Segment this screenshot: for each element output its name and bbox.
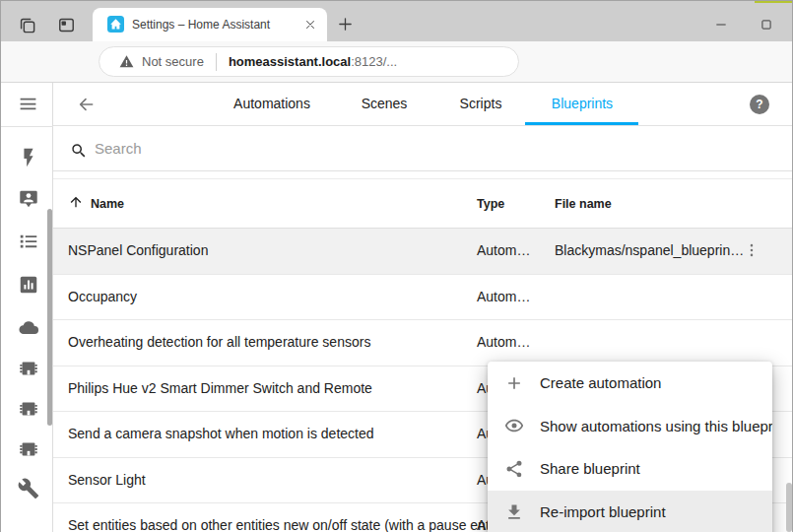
menu-item-label: Share blueprint (540, 460, 640, 477)
address-bar[interactable]: Not secure homeassistant.local:8123/... (99, 46, 519, 77)
column-header-name[interactable]: Name (91, 179, 124, 229)
menu-item-label: Re-import blueprint (540, 503, 666, 520)
tab-automations[interactable]: Automations (233, 83, 310, 125)
table-header: Name Type File name (53, 179, 793, 229)
menu-icon[interactable] (18, 94, 38, 114)
tab-blueprints[interactable]: Blueprints (552, 83, 613, 125)
column-header-type[interactable]: Type (477, 179, 504, 229)
browser-tab[interactable]: Settings – Home Assistant (93, 8, 327, 41)
table-row[interactable]: Overheating detection for all temperatur… (53, 320, 793, 366)
sidebar-scrollbar[interactable] (47, 209, 52, 426)
url-path: :8123/... (351, 54, 397, 69)
tab-actions-icon[interactable] (57, 16, 76, 34)
context-menu: Create automation Show automations using… (488, 362, 772, 532)
search-bar (53, 126, 793, 171)
chart-box-icon[interactable] (18, 274, 39, 296)
row-name: Set entities based on other entities new… (68, 503, 507, 532)
row-name: Sensor Light (68, 458, 146, 502)
browser-toolbar: Not secure homeassistant.local:8123/... (0, 41, 793, 83)
row-menu-button[interactable] (743, 241, 760, 259)
menu-item-create-automation[interactable]: Create automation (488, 362, 772, 405)
ha-back-icon[interactable] (76, 95, 96, 114)
chip-icon[interactable] (18, 398, 39, 420)
table-row[interactable]: Occupancy Autom… (53, 275, 793, 321)
menu-item-label: Show automations using this blueprint (540, 418, 772, 434)
flash-icon[interactable] (18, 147, 39, 168)
browser-tab-strip: Settings – Home Assistant (0, 0, 793, 41)
account-badge-icon[interactable] (18, 188, 39, 210)
column-header-file[interactable]: File name (555, 179, 612, 229)
row-type: Autom… (477, 320, 530, 365)
menu-item-show-automations[interactable]: Show automations using this blueprint (488, 405, 772, 448)
list-icon[interactable] (18, 231, 39, 252)
screen-edge-artifact (755, 0, 793, 3)
sort-ascending-icon[interactable] (68, 194, 84, 210)
row-name: Overheating detection for all temperatur… (68, 320, 370, 365)
chip-icon[interactable] (18, 438, 39, 460)
plus-icon (504, 373, 524, 393)
maximize-icon[interactable] (760, 18, 773, 32)
tab-title: Settings – Home Assistant (132, 8, 270, 41)
browser-window: Settings – Home Assistant (0, 0, 793, 532)
help-icon[interactable]: ? (750, 95, 769, 114)
page-scrollbar[interactable] (786, 483, 792, 532)
eye-icon (504, 416, 524, 435)
row-file: Blackymas/nspanel_blueprin… (555, 229, 744, 273)
menu-item-reimport-blueprint[interactable]: Re-import blueprint (488, 491, 772, 532)
url-host: homeassistant.local (229, 54, 351, 69)
row-name: Philips Hue v2 Smart Dimmer Switch and R… (68, 366, 372, 411)
cloud-icon[interactable] (18, 316, 39, 338)
home-assistant-app: Automations Scenes Scripts Blueprints ? … (0, 83, 793, 532)
sidebar (0, 83, 53, 532)
address-divider (216, 53, 217, 71)
chip-icon[interactable] (18, 358, 39, 379)
warning-icon[interactable] (119, 54, 134, 69)
menu-item-share-blueprint[interactable]: Share blueprint (488, 447, 772, 491)
wrench-icon[interactable] (18, 478, 39, 499)
download-icon (504, 502, 524, 522)
sidebar-divider (0, 126, 53, 127)
home-assistant-favicon (107, 16, 124, 33)
minimize-icon[interactable] (714, 18, 728, 32)
app-header: Automations Scenes Scripts Blueprints ? (53, 83, 793, 126)
share-icon (504, 459, 524, 479)
row-type: Autom… (477, 275, 530, 319)
row-name: Send a camera snapshot when motion is de… (68, 412, 374, 456)
row-name: Occupancy (68, 275, 137, 319)
search-icon (70, 142, 88, 160)
table-row[interactable]: NSPanel Configuration Autom… Blackymas/n… (53, 229, 793, 275)
workspaces-icon[interactable] (18, 16, 36, 34)
tab-scenes[interactable]: Scenes (362, 83, 408, 125)
row-name: NSPanel Configuration (68, 229, 208, 273)
tab-scripts[interactable]: Scripts (460, 83, 502, 125)
security-label: Not secure (142, 54, 204, 69)
new-tab-icon[interactable] (337, 16, 354, 33)
menu-item-label: Create automation (540, 374, 661, 391)
search-input[interactable] (95, 126, 489, 170)
close-tab-icon[interactable] (303, 18, 317, 32)
active-tab-underline (525, 122, 638, 125)
row-type: Autom… (477, 229, 530, 273)
